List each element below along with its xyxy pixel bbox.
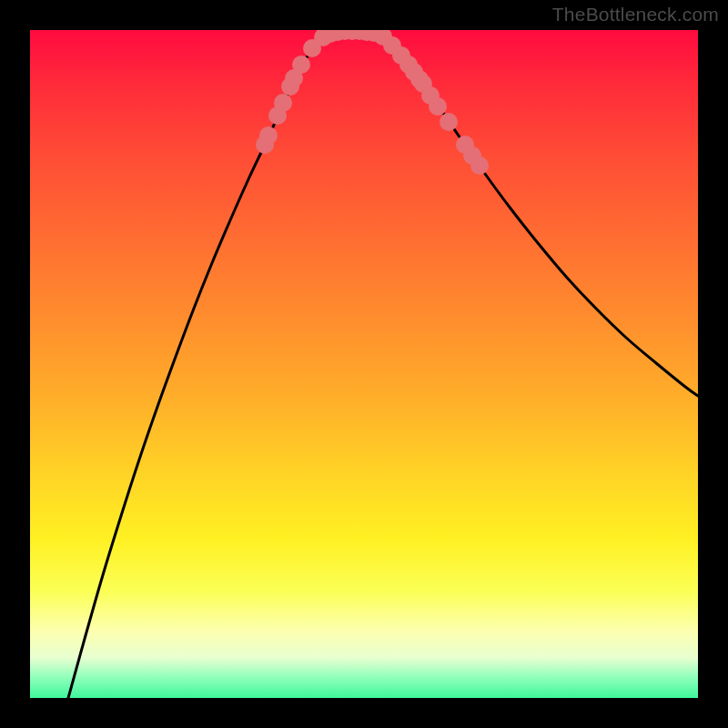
- curve-marker: [429, 97, 447, 116]
- chart-frame: TheBottleneck.com: [0, 0, 728, 728]
- curve-marker: [259, 126, 278, 145]
- curve-marker: [292, 56, 310, 74]
- plot-area: [30, 30, 698, 698]
- curve-marker: [274, 94, 292, 112]
- curve-marker: [440, 113, 458, 131]
- chart-svg: [30, 30, 698, 698]
- curve-path: [68, 31, 698, 698]
- curve-marker: [470, 157, 489, 175]
- watermark-text: TheBottleneck.com: [552, 4, 719, 25]
- curve-markers: [256, 30, 489, 175]
- bottleneck-curve: [68, 31, 698, 698]
